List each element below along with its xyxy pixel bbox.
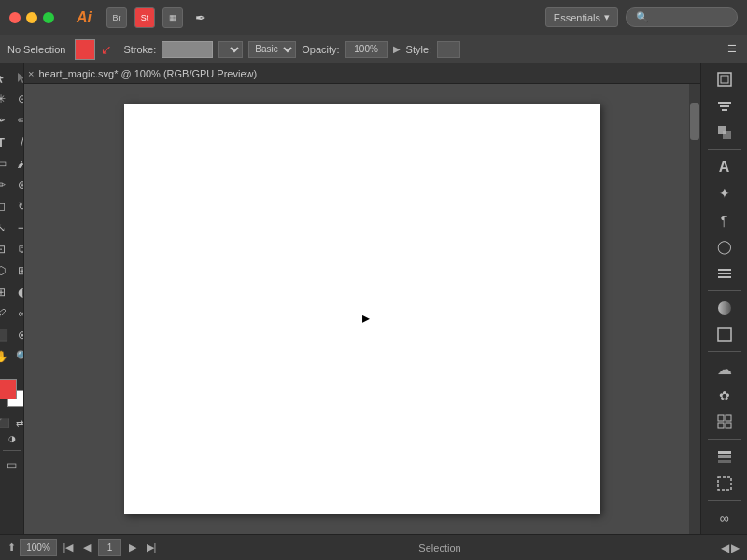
puppet-warp-panel-button[interactable]: ✦ [708, 181, 741, 205]
maximize-button[interactable] [43, 12, 54, 23]
scroll-thumb[interactable] [690, 103, 699, 140]
draw-mode-button[interactable]: ▭ [2, 455, 22, 475]
pencil-tool-button[interactable]: ✏ [0, 175, 11, 195]
default-colors-button[interactable]: ⬛ [0, 415, 11, 430]
eraser-tool-button[interactable]: ◻ [0, 196, 11, 217]
stock-icon[interactable]: St [134, 7, 155, 28]
svg-rect-17 [726, 423, 731, 428]
shaper-tool-button[interactable]: ⊛ [12, 175, 24, 195]
type-tools: T / [0, 132, 24, 152]
lasso-tool-button[interactable]: ⊙ [12, 89, 24, 109]
line-segment-tool-button[interactable]: / [12, 132, 24, 152]
cursor-indicator: ▸ [362, 309, 370, 327]
color-panel-button[interactable] [708, 322, 741, 346]
search-input[interactable]: 🔍 [626, 7, 738, 27]
last-artboard-button[interactable]: ▶| [144, 540, 159, 555]
type-panel-button[interactable]: A [708, 155, 741, 179]
panel-separator-4 [708, 439, 741, 440]
basic-select[interactable]: Basic [248, 41, 296, 58]
pen-tool-button[interactable]: ✒ [0, 110, 11, 131]
first-artboard-button[interactable]: |◀ [61, 540, 76, 555]
svg-rect-11 [718, 276, 731, 278]
left-toolbar: ✳ ⊙ ✒ ✏ T / ▭ 🖌 ✏ ⊛ ◻ ↻ ⤡ ⊸ ⊡ ⧉ [0, 63, 24, 534]
canvas-wrapper[interactable]: ▸ [24, 84, 700, 534]
shape-builder-tool-button[interactable]: ⧉ [12, 239, 24, 259]
scale-tool-button[interactable]: ⤡ [0, 217, 11, 238]
svg-rect-20 [718, 460, 731, 463]
essentials-button[interactable]: Essentials ▾ [545, 7, 618, 27]
stroke-select[interactable] [218, 41, 243, 58]
zoom-input[interactable] [20, 539, 57, 556]
mesh-tool-button[interactable]: ⊞ [0, 282, 11, 302]
status-prev-arrow[interactable]: ◀ [721, 541, 729, 554]
libraries-icon[interactable]: ▦ [162, 7, 183, 28]
curvature-tool-icon[interactable]: ✒ [190, 7, 211, 28]
paintbrush-tool-button[interactable]: 🖌 [12, 153, 24, 174]
selection-tool-button[interactable] [0, 67, 11, 88]
color-button[interactable]: ◼ [0, 431, 4, 446]
width-tool-button[interactable]: ⊸ [12, 217, 24, 238]
curvature-tool-button[interactable]: ✏ [12, 110, 24, 131]
type-tool-button[interactable]: T [0, 132, 11, 152]
style-label: Style: [406, 44, 432, 55]
gradient-button[interactable]: ◑ [5, 431, 20, 446]
brushes-panel-button[interactable]: ✿ [708, 384, 741, 408]
vertical-scrollbar[interactable] [689, 84, 700, 534]
live-paint-tool-button[interactable]: ⬡ [0, 260, 11, 281]
color-mode-row: ⬛ ⇄ [0, 415, 24, 430]
svg-point-12 [718, 301, 731, 315]
panel-separator-5 [708, 500, 741, 501]
tab-bar: × heart_magic.svg* @ 100% (RGB/GPU Previ… [24, 63, 700, 84]
artboard-panel-button[interactable] [708, 470, 741, 495]
pathfinder-panel-button[interactable] [708, 120, 741, 145]
artboard[interactable]: ▸ [124, 104, 600, 514]
svg-rect-5 [720, 105, 729, 107]
options-menu-icon[interactable]: ☰ [725, 42, 740, 57]
prev-artboard-button[interactable]: ◀ [79, 540, 94, 555]
bridge-icon[interactable]: Br [106, 7, 127, 28]
eyedropper-tool-button[interactable]: 🖋 [0, 303, 11, 324]
opacity-input[interactable] [345, 41, 388, 58]
title-bar: Ai Br St ▦ ✒ Essentials ▾ 🔍 [0, 0, 747, 35]
rotate-tool-button[interactable]: ↻ [12, 196, 24, 217]
export-icon[interactable]: ⬆ [7, 541, 16, 553]
symbol-sprayer-tool-button[interactable]: ⊗ [12, 325, 24, 345]
direct-selection-tool-button[interactable] [12, 67, 24, 88]
stroke-panel-button[interactable] [708, 260, 741, 285]
svg-marker-1 [18, 73, 24, 83]
next-artboard-button[interactable]: ▶ [125, 540, 140, 555]
svg-rect-18 [718, 451, 731, 454]
panel-separator-3 [708, 351, 741, 352]
creative-cloud-panel-button[interactable]: ☁ [708, 357, 741, 381]
close-button[interactable] [9, 12, 21, 23]
svg-rect-14 [718, 415, 724, 421]
zoom-tool-button[interactable]: 🔍 [12, 346, 24, 367]
magic-wand-tool-button[interactable]: ✳ [0, 89, 11, 109]
layers-panel-button[interactable] [708, 444, 741, 469]
free-transform-tool-button[interactable]: ⊡ [0, 239, 11, 259]
hand-tool-button[interactable]: ✋ [0, 346, 11, 367]
rectangle-tool-button[interactable]: ▭ [0, 153, 11, 174]
blend-tool-button[interactable]: ∞ [12, 303, 24, 324]
shape-tools: ▭ 🖌 [0, 153, 24, 174]
fill-color-swatch[interactable] [0, 379, 17, 399]
status-next-arrow[interactable]: ▶ [731, 541, 740, 554]
warp-tools: ⊡ ⧉ [0, 239, 24, 259]
fill-color-box[interactable] [75, 39, 95, 60]
column-graph-tool-button[interactable]: ⬛ [0, 325, 11, 345]
swap-colors-button[interactable]: ⇄ [12, 415, 24, 430]
transform-panel-button[interactable] [708, 67, 741, 91]
minimize-button[interactable] [26, 12, 37, 23]
perspective-grid-tool-button[interactable]: ⊞ [12, 260, 24, 281]
gradient-tool-button[interactable]: ◐ [12, 282, 24, 302]
stroke-color-box[interactable] [162, 41, 213, 58]
align-panel-button[interactable] [708, 93, 741, 118]
style-box[interactable] [437, 41, 460, 58]
paragraph-panel-button[interactable]: ¶ [708, 208, 741, 232]
gradient-panel-button[interactable] [708, 296, 741, 320]
tab-close-button[interactable]: × [28, 68, 34, 79]
symbols-panel-button[interactable] [708, 410, 741, 434]
artboard-number-input[interactable] [98, 539, 121, 556]
links-panel-button[interactable]: ∞ [708, 506, 741, 530]
variable-panel-button[interactable]: ◯ [708, 234, 741, 259]
